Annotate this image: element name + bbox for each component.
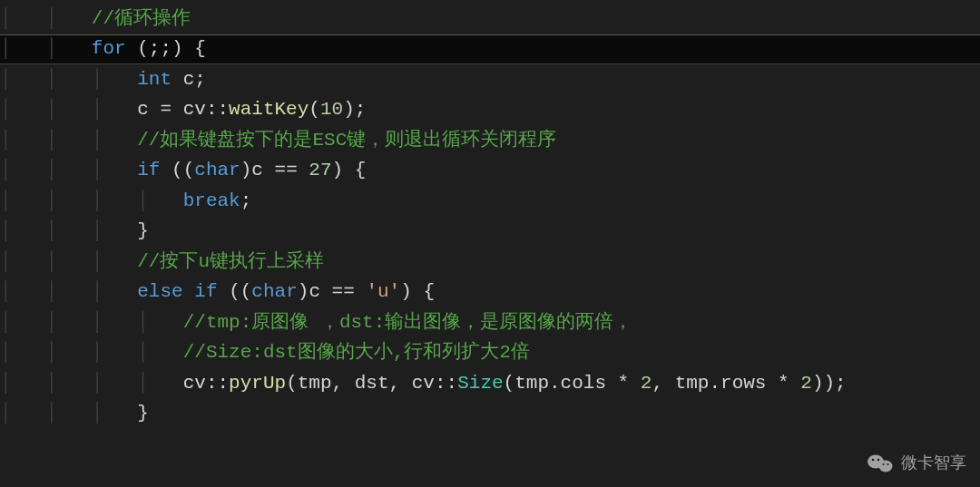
code-token: tmp, dst, cv:: bbox=[298, 368, 457, 399]
watermark: 微卡智享 bbox=[867, 450, 966, 476]
code-token: Size bbox=[457, 368, 503, 399]
code-token: //按下u键执行上采样 bbox=[137, 247, 324, 278]
code-token: ( bbox=[309, 94, 320, 125]
code-token bbox=[183, 277, 195, 307]
code-line[interactable]: │ │ //循环操作 bbox=[0, 4, 980, 34]
code-token: for bbox=[92, 34, 126, 64]
code-token: break bbox=[183, 186, 240, 217]
code-token: c = cv:: bbox=[137, 94, 229, 125]
code-line[interactable]: │ │ │ else if ((char)c == 'u') { bbox=[0, 278, 980, 308]
code-token: c == bbox=[251, 155, 309, 186]
code-token: ; bbox=[240, 186, 252, 217]
code-token: , tmp.rows * bbox=[652, 368, 800, 399]
code-token: 2 bbox=[800, 368, 812, 399]
svg-point-3 bbox=[877, 458, 880, 461]
code-token: c; bbox=[172, 64, 206, 95]
code-token: 10 bbox=[320, 94, 343, 125]
watermark-text: 微卡智享 bbox=[901, 450, 966, 476]
code-token: tmp.cols * bbox=[514, 368, 641, 399]
code-token: //tmp:原图像 ，dst:输出图像，是原图像的两倍， bbox=[183, 307, 633, 338]
code-token: //如果键盘按下的是ESC键，则退出循环关闭程序 bbox=[137, 125, 556, 156]
code-token: //循环操作 bbox=[92, 4, 191, 34]
code-token bbox=[412, 277, 424, 307]
code-token: { bbox=[423, 277, 435, 307]
code-token: 2 bbox=[641, 368, 652, 399]
code-line[interactable]: │ │ │ if ((char)c == 27) { bbox=[0, 156, 980, 187]
code-token: } bbox=[137, 398, 149, 429]
code-token: (;;) bbox=[137, 34, 182, 64]
code-token: char bbox=[194, 155, 240, 186]
code-token: 'u' bbox=[366, 277, 400, 307]
code-token bbox=[183, 34, 195, 64]
svg-point-1 bbox=[879, 460, 893, 472]
code-token: c == bbox=[309, 277, 366, 307]
code-line[interactable]: │ │ for (;;) { bbox=[0, 34, 980, 65]
code-line[interactable]: │ │ │ c = cv::waitKey(10); bbox=[0, 95, 980, 126]
code-token: ; bbox=[355, 94, 367, 125]
svg-point-4 bbox=[882, 463, 884, 464]
code-token: ) bbox=[343, 94, 355, 125]
code-line[interactable]: │ │ │ │ //tmp:原图像 ，dst:输出图像，是原图像的两倍， bbox=[0, 307, 980, 338]
code-token: )) bbox=[812, 368, 835, 399]
code-token: waitKey bbox=[229, 94, 309, 125]
code-token: cv:: bbox=[183, 368, 229, 399]
code-token: ; bbox=[835, 368, 847, 399]
svg-point-2 bbox=[872, 458, 875, 461]
code-token bbox=[126, 34, 138, 64]
code-token: ) bbox=[332, 155, 344, 186]
code-token bbox=[343, 155, 355, 186]
code-token: { bbox=[194, 34, 206, 64]
wechat-icon bbox=[867, 452, 894, 475]
code-line[interactable]: │ │ │ //如果键盘按下的是ESC键，则退出循环关闭程序 bbox=[0, 125, 980, 156]
code-line[interactable]: │ │ │ │ cv::pyrUp(tmp, dst, cv::Size(tmp… bbox=[0, 368, 980, 399]
code-token: ( bbox=[286, 368, 298, 399]
code-editor[interactable]: │ │ //循环操作│ │ for (;;) {│ │ │ int c;│ │ … bbox=[0, 0, 980, 429]
code-token: if bbox=[194, 277, 217, 307]
code-token: else bbox=[137, 277, 182, 307]
code-token: int bbox=[137, 64, 172, 95]
code-token: ) bbox=[400, 277, 412, 307]
code-token: //Size:dst图像的大小,行和列扩大2倍 bbox=[183, 337, 530, 368]
code-line[interactable]: │ │ │ │ break; bbox=[0, 186, 980, 217]
code-token: { bbox=[355, 155, 367, 186]
code-line[interactable]: │ │ │ } bbox=[0, 399, 980, 430]
code-token: if bbox=[137, 155, 160, 186]
code-token bbox=[160, 155, 172, 186]
code-line[interactable]: │ │ │ int c; bbox=[0, 64, 980, 95]
code-token: } bbox=[137, 216, 149, 247]
svg-point-5 bbox=[887, 463, 888, 464]
code-token: 27 bbox=[309, 155, 331, 186]
code-token: ( bbox=[504, 368, 515, 399]
code-line[interactable]: │ │ │ } bbox=[0, 217, 980, 248]
code-line[interactable]: │ │ │ │ //Size:dst图像的大小,行和列扩大2倍 bbox=[0, 338, 980, 369]
code-token: pyrUp bbox=[229, 368, 286, 399]
code-token bbox=[218, 277, 230, 307]
code-token: char bbox=[251, 277, 297, 307]
code-token: ) bbox=[298, 277, 309, 307]
code-line[interactable]: │ │ │ //按下u键执行上采样 bbox=[0, 247, 980, 278]
code-token: (( bbox=[229, 277, 251, 307]
code-token: ) bbox=[240, 155, 252, 186]
code-token: (( bbox=[172, 155, 194, 186]
